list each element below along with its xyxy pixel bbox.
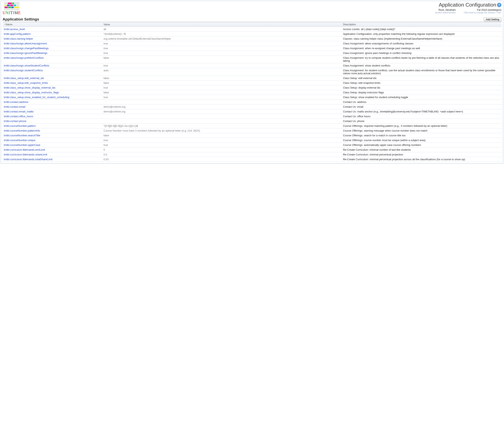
- svg-rect-9: [16, 5, 19, 6]
- setting-name-link[interactable]: tmtbl.curriculum.lldemands.enrlLimit: [4, 148, 45, 151]
- setting-name-link[interactable]: tmtbl.classAssign.allowUnassignment: [4, 42, 47, 45]
- table-row[interactable]: tmtbl.courseNumber.uniquetrueCourse Offe…: [3, 138, 501, 143]
- setting-name-link[interactable]: tmtbl.courseNumber.upperCase: [4, 144, 40, 146]
- add-setting-button[interactable]: Add Setting: [484, 17, 501, 22]
- setting-name-cell: tmtbl.classAssign.allowUnassignment: [3, 41, 102, 46]
- setting-name-link[interactable]: tmtbl.class_setup.edit_snapshot_limits: [4, 81, 48, 84]
- setting-name-cell: tmtbl.classAssign.changePastMeetings: [3, 46, 102, 51]
- setting-name-link[interactable]: tmtbl.courseNumber.pattern: [4, 124, 35, 127]
- svg-rect-10: [5, 7, 8, 8]
- setting-value-cell: auto: [102, 68, 342, 76]
- svg-rect-8: [13, 5, 16, 6]
- table-row[interactable]: tmtbl.courseNumber.pattern^[0-9][0-9][0-…: [3, 123, 501, 128]
- setting-name-link[interactable]: tmtbl.classAssign.changePastMeetings: [4, 47, 48, 50]
- setting-description-cell: Class Setup: edit external ids: [342, 76, 501, 81]
- setting-value-cell: false: [102, 133, 342, 138]
- table-row[interactable]: tmtbl.class_setup.show_enabled_for_stude…: [3, 95, 501, 100]
- table-row[interactable]: tmtbl.classAssign.studentConflictsautoCl…: [3, 68, 501, 76]
- table-row[interactable]: tmtbl.curriculum.lldemands.totalShareLim…: [3, 157, 501, 162]
- setting-name-link[interactable]: tmtbl.class_setup.show_enabled_for_stude…: [4, 96, 70, 99]
- table-row[interactable]: tmtbl.contact.phoneContact Us: phone: [3, 119, 501, 123]
- table-row[interactable]: tmtbl.curriculum.lldemands.shareLimit0.0…: [3, 152, 501, 157]
- setting-name-link[interactable]: tmtbl.class.naming.helper: [4, 37, 33, 40]
- col-name-header[interactable]: ↑Name: [3, 22, 102, 27]
- setting-value-cell: [102, 119, 342, 123]
- session-info[interactable]: Fal 2010 (woebegon) Click here to change…: [464, 8, 501, 14]
- setting-name-cell: tmtbl.classAssign.ignorePastMeetings: [3, 51, 102, 56]
- col-description-header[interactable]: Description: [342, 22, 501, 27]
- table-row[interactable]: tmtbl.courseNumber.patternInfoCourse Num…: [3, 128, 501, 133]
- setting-name-link[interactable]: tmtbl.courseNumber.searchTitle: [4, 134, 40, 137]
- setting-name-cell: tmtbl.curriculum.lldemands.shareLimit: [3, 152, 102, 157]
- svg-rect-1: [5, 3, 7, 4]
- setting-description-cell: Classes: class naming helper class (impl…: [342, 37, 501, 41]
- setting-name-link[interactable]: tmtbl.contact.email_mailto: [4, 110, 34, 113]
- table-row[interactable]: tmtbl.courseNumber.upperCasetrueCourse O…: [3, 143, 501, 147]
- table-row[interactable]: tmtbl.classAssign.allowUnassignmenttrueC…: [3, 41, 501, 46]
- user-info[interactable]: Root, Abraham System Administrator: [435, 8, 456, 14]
- setting-name-link[interactable]: tmtbl.courseNumber.unique: [4, 139, 35, 142]
- setting-name-link[interactable]: tmtbl.appConfig.pattern: [4, 32, 31, 36]
- setting-name-link[interactable]: tmtbl.contact.email: [4, 105, 25, 108]
- setting-name-link[interactable]: tmtbl.curriculum.lldemands.shareLimit: [4, 153, 47, 156]
- setting-name-link[interactable]: tmtbl.contact.address: [4, 100, 28, 103]
- setting-description-cell: Class Assignment: allow unassignments of…: [342, 41, 501, 46]
- setting-name-link[interactable]: tmtbl.class_setup.edit_external_ids: [4, 77, 44, 80]
- table-row[interactable]: tmtbl.access_levelallAccess Levels: all …: [3, 27, 501, 32]
- col-value-header[interactable]: Value: [102, 22, 342, 27]
- app-frame: UNITIME Application Configuration ? Root…: [1, 1, 503, 164]
- table-row[interactable]: tmtbl.class_setup.show_display_external_…: [3, 85, 501, 90]
- table-row[interactable]: tmtbl.curriculum.lldemands.enrlLimit0Re-…: [3, 147, 501, 152]
- setting-description-cell: Course Offerings: warning message when c…: [342, 128, 501, 133]
- help-icon[interactable]: ?: [497, 3, 501, 7]
- setting-description-cell: Class Assignment: try to compute student…: [342, 56, 501, 63]
- table-row[interactable]: tmtbl.class_setup.edit_external_idsfalse…: [3, 76, 501, 81]
- table-row[interactable]: tmtbl.class.naming.helperorg.unitime.tim…: [3, 37, 501, 41]
- setting-name-cell: tmtbl.class.naming.helper: [3, 37, 102, 41]
- setting-value-cell: [102, 100, 342, 104]
- setting-name-link[interactable]: tmtbl.classAssign.prefetchConflicts: [4, 56, 44, 59]
- setting-name-link[interactable]: tmtbl.class_setup.show_display_external_…: [4, 86, 55, 89]
- setting-description-cell: Class Assignment: when re-assigned chang…: [342, 46, 501, 51]
- logo-text: UNITIME: [3, 11, 21, 15]
- setting-name-link[interactable]: tmtbl.contact.phone: [4, 120, 26, 122]
- setting-name-cell: tmtbl.courseNumber.unique: [3, 138, 102, 143]
- setting-name-link[interactable]: tmtbl.classAssign.studentConflicts: [4, 69, 43, 72]
- setting-name-link[interactable]: tmtbl.classAssign.showStudentConflicts: [4, 64, 49, 67]
- setting-name-cell: tmtbl.contact.email: [3, 104, 102, 109]
- svg-rect-15: [10, 9, 13, 10]
- setting-name-link[interactable]: tmtbl.classAssign.ignorePastMeetings: [4, 51, 47, 55]
- table-row[interactable]: tmtbl.classAssign.ignorePastMeetingstrue…: [3, 51, 501, 56]
- table-row[interactable]: tmtbl.appConfig.pattern^(tmtbl|unitime)\…: [3, 32, 501, 37]
- table-row[interactable]: tmtbl.contact.office_hoursContact Us: of…: [3, 114, 501, 119]
- setting-description-cell: Course Offerings: course number must be …: [342, 138, 501, 143]
- setting-name-link[interactable]: tmtbl.contact.office_hours: [4, 115, 33, 118]
- setting-name-link[interactable]: tmtbl.class_setup.show_display_instructo…: [4, 91, 59, 94]
- table-row[interactable]: tmtbl.contact.email_mailtodemo@unitime.o…: [3, 109, 501, 114]
- setting-name-link[interactable]: tmtbl.access_level: [4, 28, 25, 31]
- setting-name-link[interactable]: tmtbl.courseNumber.patternInfo: [4, 129, 40, 132]
- table-row[interactable]: tmtbl.classAssign.changePastMeetingstrue…: [3, 46, 501, 51]
- setting-description-cell: Course Offerings: required matching patt…: [342, 123, 501, 128]
- setting-value-cell: false: [102, 76, 342, 81]
- setting-value-cell: true: [102, 51, 342, 56]
- table-row[interactable]: tmtbl.classAssign.showStudentConflictstr…: [3, 63, 501, 68]
- table-row[interactable]: tmtbl.classAssign.prefetchConflictsfalse…: [3, 56, 501, 63]
- setting-value-cell: org.unitime.timetable.util.DefaultExtern…: [102, 37, 342, 41]
- logo[interactable]: UNITIME: [3, 2, 21, 15]
- setting-name-cell: tmtbl.courseNumber.upperCase: [3, 143, 102, 147]
- setting-name-cell: tmtbl.courseNumber.pattern: [3, 123, 102, 128]
- table-row[interactable]: tmtbl.contact.emaildemo@unitime.orgConta…: [3, 104, 501, 109]
- table-row[interactable]: tmtbl.class_setup.show_display_instructo…: [3, 90, 501, 95]
- table-row[interactable]: tmtbl.courseNumber.searchTitlefalseCours…: [3, 133, 501, 138]
- setting-name-cell: tmtbl.classAssign.showStudentConflicts: [3, 63, 102, 68]
- setting-value-cell: ^[0-9][0-9][0-9]([A-Za-z]){0,1}$: [102, 123, 342, 128]
- table-row[interactable]: tmtbl.contact.addressContact Us: address: [3, 100, 501, 104]
- setting-description-cell: Access Levels: all | {dept code}(:{dept …: [342, 27, 501, 32]
- setting-name-link[interactable]: tmtbl.curriculum.lldemands.totalShareLim…: [4, 158, 53, 161]
- col-name-label: Name: [6, 23, 12, 26]
- table-row[interactable]: tmtbl.class_setup.edit_snapshot_limitsfa…: [3, 81, 501, 85]
- user-role: System Administrator: [435, 11, 456, 14]
- settings-table: ↑Name Value Description tmtbl.access_lev…: [3, 22, 501, 162]
- setting-name-cell: tmtbl.contact.email_mailto: [3, 109, 102, 114]
